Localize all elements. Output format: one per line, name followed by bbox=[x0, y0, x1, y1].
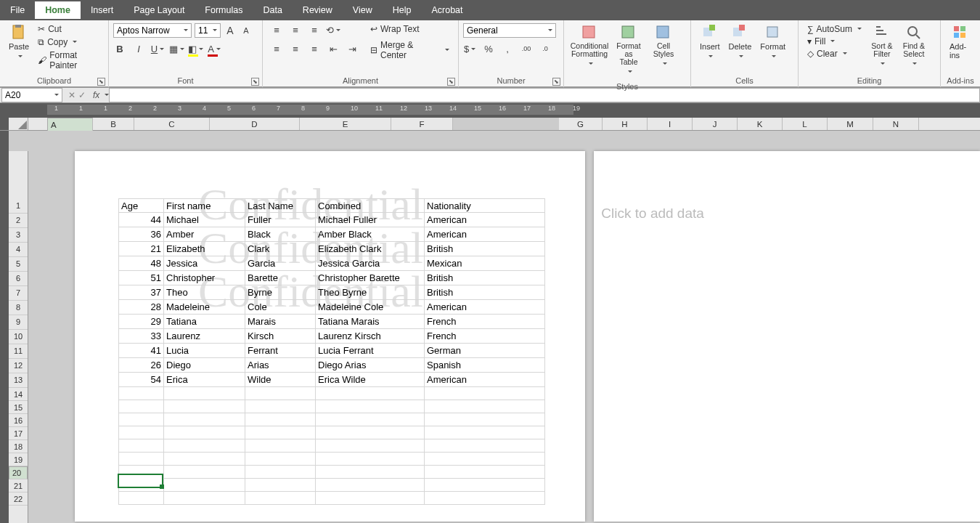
row-header-16[interactable]: 16 bbox=[9, 414, 28, 427]
data-cell[interactable]: 33 bbox=[118, 329, 164, 344]
row-header-9[interactable]: 9 bbox=[9, 315, 28, 330]
row-header-6[interactable]: 6 bbox=[9, 272, 28, 286]
enter-icon[interactable]: ✓ bbox=[78, 90, 86, 100]
row-header-7[interactable]: 7 bbox=[9, 286, 28, 301]
col-header-E[interactable]: E bbox=[300, 118, 391, 130]
data-cell[interactable]: Jessica bbox=[164, 256, 245, 271]
col-header-D[interactable]: D bbox=[210, 118, 300, 130]
header-cell[interactable]: Last Name bbox=[245, 198, 316, 213]
align-center-icon[interactable]: ≡ bbox=[289, 42, 302, 55]
grow-font-icon[interactable]: A bbox=[224, 24, 237, 37]
select-all-corner[interactable] bbox=[9, 118, 28, 130]
autosum-button[interactable]: ∑AutoSum bbox=[806, 23, 863, 35]
font-dialog-icon[interactable]: ⬊ bbox=[251, 78, 259, 86]
data-cell[interactable]: French bbox=[425, 315, 545, 329]
row-header-10[interactable]: 10 bbox=[9, 330, 28, 344]
insert-button[interactable]: Insert bbox=[695, 23, 724, 62]
row-header-2[interactable]: 2 bbox=[9, 214, 28, 228]
col-header-A[interactable]: A bbox=[47, 118, 93, 132]
menu-tab-formulas[interactable]: Formulas bbox=[195, 1, 253, 19]
row-header-1[interactable]: 1 bbox=[9, 199, 28, 214]
row-header-18[interactable]: 18 bbox=[9, 440, 28, 453]
cancel-icon[interactable]: ✕ bbox=[68, 90, 75, 100]
currency-icon[interactable]: $ bbox=[463, 42, 476, 55]
data-cell[interactable]: Diego Arias bbox=[316, 358, 425, 373]
col-header-G[interactable]: G bbox=[559, 118, 603, 130]
orientation-icon[interactable]: ⟲ bbox=[327, 23, 340, 36]
data-cell[interactable]: Elizabeth bbox=[164, 242, 245, 256]
indent-decrease-icon[interactable]: ⇤ bbox=[327, 42, 340, 55]
paste-button[interactable]: Paste bbox=[4, 23, 33, 62]
menu-tab-page-layout[interactable]: Page Layout bbox=[123, 1, 195, 19]
row-header-13[interactable]: 13 bbox=[9, 373, 28, 388]
data-grid[interactable]: AgeFirst nameLast NameCombinedNationalit… bbox=[118, 198, 545, 505]
delete-button[interactable]: Delete bbox=[724, 23, 756, 62]
cut-button[interactable]: ✂Cut bbox=[36, 23, 101, 35]
align-right-icon[interactable]: ≡ bbox=[308, 42, 321, 55]
data-cell[interactable]: Ferrant bbox=[245, 344, 316, 358]
data-cell[interactable]: Erica Wilde bbox=[316, 373, 425, 387]
bold-button[interactable]: B bbox=[113, 42, 126, 55]
menu-tab-help[interactable]: Help bbox=[383, 1, 422, 19]
menu-tab-file[interactable]: File bbox=[0, 1, 35, 19]
data-cell[interactable]: Tatiana bbox=[164, 315, 245, 329]
header-cell[interactable]: First name bbox=[164, 198, 245, 213]
col-header-B[interactable]: B bbox=[93, 118, 134, 130]
data-cell[interactable]: American bbox=[425, 373, 545, 387]
row-header-3[interactable]: 3 bbox=[9, 228, 28, 243]
font-name-select[interactable]: Aptos Narrow bbox=[113, 23, 192, 38]
copy-button[interactable]: ⧉Copy bbox=[36, 36, 101, 48]
data-cell[interactable]: Spanish bbox=[425, 358, 545, 373]
data-cell[interactable]: British bbox=[425, 242, 545, 256]
wrap-text-button[interactable]: ↩Wrap Text bbox=[369, 23, 451, 35]
row-header-20[interactable]: 20 bbox=[9, 466, 28, 479]
data-cell[interactable]: Arias bbox=[245, 358, 316, 373]
increase-decimal-icon[interactable]: .00 bbox=[520, 42, 533, 55]
data-cell[interactable]: 54 bbox=[118, 373, 164, 387]
data-cell[interactable]: 44 bbox=[118, 213, 164, 227]
col-header-M[interactable]: M bbox=[828, 118, 873, 130]
data-cell[interactable]: 51 bbox=[118, 271, 164, 285]
col-header-J[interactable]: J bbox=[693, 118, 738, 130]
underline-button[interactable]: U bbox=[151, 42, 164, 55]
row-header-22[interactable]: 22 bbox=[9, 492, 28, 506]
data-cell[interactable]: Christopher Barette bbox=[316, 271, 425, 285]
data-cell[interactable]: Lucia Ferrant bbox=[316, 344, 425, 358]
row-header-21[interactable]: 21 bbox=[9, 479, 28, 492]
data-cell[interactable]: 36 bbox=[118, 227, 164, 242]
header-cell[interactable]: Combined bbox=[316, 198, 425, 213]
percent-icon[interactable]: % bbox=[482, 42, 495, 55]
align-middle-icon[interactable]: ≡ bbox=[289, 23, 302, 36]
border-button[interactable]: ▦ bbox=[170, 42, 183, 55]
format-painter-button[interactable]: 🖌Format Painter bbox=[36, 49, 101, 71]
row-header-14[interactable]: 14 bbox=[9, 388, 28, 401]
menu-tab-view[interactable]: View bbox=[343, 1, 383, 19]
find-select-button[interactable]: Find & Select bbox=[898, 23, 930, 70]
data-cell[interactable]: Tatiana Marais bbox=[316, 315, 425, 329]
format-as-table-button[interactable]: Format as Table bbox=[611, 23, 647, 78]
row-header-5[interactable]: 5 bbox=[9, 257, 28, 272]
data-cell[interactable]: Black bbox=[245, 227, 316, 242]
data-cell[interactable]: Byrne bbox=[245, 285, 316, 300]
data-cell[interactable]: Laurenz Kirsch bbox=[316, 329, 425, 344]
data-cell[interactable]: Christopher bbox=[164, 271, 245, 285]
italic-button[interactable]: I bbox=[132, 42, 145, 55]
align-left-icon[interactable]: ≡ bbox=[270, 42, 283, 55]
data-cell[interactable]: American bbox=[425, 227, 545, 242]
data-cell[interactable]: Theo bbox=[164, 285, 245, 300]
font-size-select[interactable]: 11 bbox=[195, 23, 221, 38]
cell-styles-button[interactable]: Cell Styles bbox=[647, 23, 680, 70]
data-cell[interactable]: Michael bbox=[164, 213, 245, 227]
data-cell[interactable]: 48 bbox=[118, 256, 164, 271]
data-cell[interactable]: American bbox=[425, 300, 545, 315]
data-cell[interactable]: Theo Byrne bbox=[316, 285, 425, 300]
data-cell[interactable]: Cole bbox=[245, 300, 316, 315]
data-cell[interactable]: Amber Black bbox=[316, 227, 425, 242]
data-cell[interactable]: Mexican bbox=[425, 256, 545, 271]
indent-increase-icon[interactable]: ⇥ bbox=[346, 42, 359, 55]
selected-cell[interactable] bbox=[118, 474, 163, 488]
row-header-11[interactable]: 11 bbox=[9, 344, 28, 359]
data-cell[interactable]: Diego bbox=[164, 358, 245, 373]
row-header-19[interactable]: 19 bbox=[9, 453, 28, 466]
data-cell[interactable]: Laurenz bbox=[164, 329, 245, 344]
